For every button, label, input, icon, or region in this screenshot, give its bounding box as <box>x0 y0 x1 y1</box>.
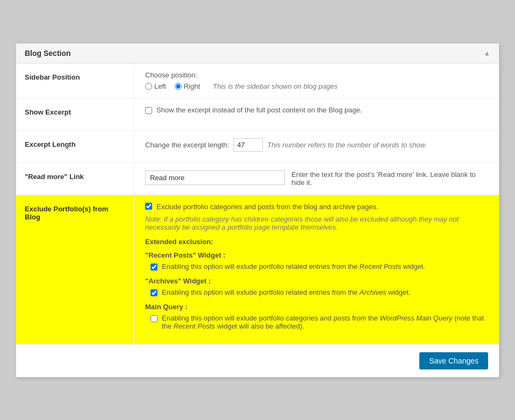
show-excerpt-checkbox[interactable] <box>145 107 152 114</box>
show-excerpt-content: Show the excerpt instead of the full pos… <box>134 98 499 130</box>
exclude-portfolio-note: Note: If a portfolio category has childr… <box>145 215 488 231</box>
archives-widget-section: "Archives" Widget : Enabling this option… <box>145 277 488 296</box>
radio-row: Left Right This is the sidebar shown on … <box>145 82 488 90</box>
exclude-main-check-row: Exclude portfolio categories and posts f… <box>145 203 488 211</box>
archives-check-row: Enabling this option will exlude portfol… <box>145 288 488 296</box>
show-excerpt-checkbox-row: Show the excerpt instead of the full pos… <box>145 106 488 114</box>
archives-widget-text: Enabling this option will exlude portfol… <box>162 288 411 296</box>
excerpt-length-input[interactable] <box>233 138 263 152</box>
main-query-check-row: Enabling this option will exlude portfol… <box>145 314 488 330</box>
exclude-portfolio-row: Exclude Portfolio(s) from Blog Exclude p… <box>16 195 499 344</box>
main-query-checkbox[interactable] <box>151 315 158 322</box>
main-query-section: Main Query : Enabling this option will e… <box>145 303 488 330</box>
exclude-portfolio-content: Exclude portfolio categories and posts f… <box>134 195 499 344</box>
panel-header: Blog Section ▲ <box>16 44 499 63</box>
exclude-portfolio-check-label: Exclude portfolio categories and posts f… <box>156 203 378 211</box>
read-more-field-row: Enter the text for the post's 'Read more… <box>145 170 488 187</box>
radio-right-input[interactable] <box>175 83 182 90</box>
radio-left-input[interactable] <box>145 83 152 90</box>
panel-footer: Save Changes <box>16 344 499 377</box>
archives-checkbox[interactable] <box>151 289 158 296</box>
sidebar-note: This is the sidebar shown on blog pages <box>213 82 338 90</box>
recent-posts-widget-section: "Recent Posts" Widget : Enabling this op… <box>145 251 488 270</box>
panel-body: Sidebar Position Choose position: Left R… <box>16 63 499 344</box>
radio-left-label: Left <box>154 82 166 90</box>
exclude-portfolio-checkbox[interactable] <box>145 203 152 210</box>
show-excerpt-row: Show Excerpt Show the excerpt instead of… <box>16 98 499 131</box>
main-query-title: Main Query : <box>145 303 488 311</box>
excerpt-length-row: Excerpt Length Change the excerpt length… <box>16 131 499 163</box>
extended-exclusion-label: Extended exclusion: <box>145 238 488 246</box>
radio-right-label: Right <box>184 82 200 90</box>
show-excerpt-description: Show the excerpt instead of the full pos… <box>156 106 362 114</box>
read-more-content: Enter the text for the post's 'Read more… <box>134 163 499 195</box>
excerpt-length-note: This number refers to the number of word… <box>267 141 427 149</box>
panel-title: Blog Section <box>25 49 71 58</box>
read-more-input[interactable] <box>145 170 285 185</box>
read-more-note: Enter the text for the post's 'Read more… <box>291 170 488 187</box>
read-more-label: "Read more" Link <box>16 163 134 195</box>
save-changes-button[interactable]: Save Changes <box>419 352 488 369</box>
recent-posts-widget-title: "Recent Posts" Widget : <box>145 251 488 259</box>
read-more-row: "Read more" Link Enter the text for the … <box>16 163 499 195</box>
recent-posts-widget-text: Enabling this option will exlude portfol… <box>162 262 425 270</box>
recent-posts-check-row: Enabling this option will exlude portfol… <box>145 262 488 270</box>
sidebar-position-label: Sidebar Position <box>16 63 134 98</box>
choose-position-label: Choose position: <box>145 71 488 79</box>
recent-posts-checkbox[interactable] <box>151 264 158 270</box>
archives-widget-title: "Archives" Widget : <box>145 277 488 285</box>
radio-right-option[interactable]: Right <box>175 82 200 90</box>
main-query-text: Enabling this option will exlude portfol… <box>162 314 488 330</box>
panel-collapse-icon[interactable]: ▲ <box>484 49 490 57</box>
show-excerpt-label: Show Excerpt <box>16 98 134 130</box>
blog-section-panel: Blog Section ▲ Sidebar Position Choose p… <box>16 43 499 378</box>
excerpt-length-label: Excerpt Length <box>16 131 134 162</box>
excerpt-length-change-label: Change the excerpt length: <box>145 141 229 149</box>
excerpt-length-field-row: Change the excerpt length: This number r… <box>145 138 488 152</box>
sidebar-position-row: Sidebar Position Choose position: Left R… <box>16 63 499 98</box>
excerpt-length-content: Change the excerpt length: This number r… <box>134 131 499 162</box>
exclude-portfolio-label: Exclude Portfolio(s) from Blog <box>16 195 134 344</box>
radio-left-option[interactable]: Left <box>145 82 166 90</box>
sidebar-position-content: Choose position: Left Right This is the … <box>134 63 499 98</box>
